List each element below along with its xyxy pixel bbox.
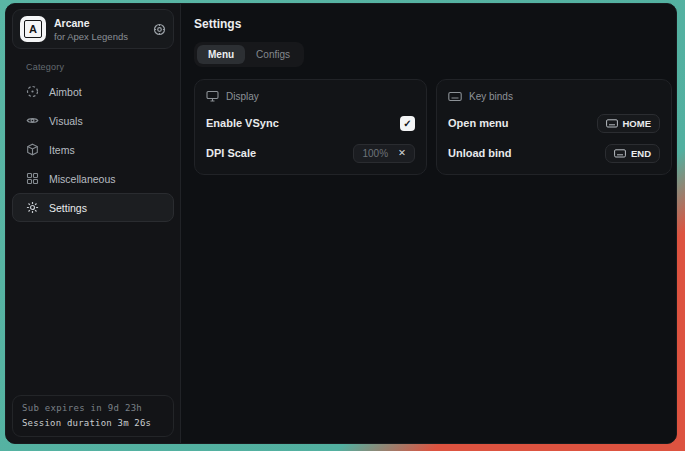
session-duration-text: Session duration 3m 26s xyxy=(22,418,164,428)
page-title: Settings xyxy=(194,17,672,31)
open-menu-bind-key: HOME xyxy=(623,118,652,129)
settings-tab-group: Menu Configs xyxy=(194,42,304,67)
enable-vsync-checkbox[interactable]: ✓ xyxy=(400,116,415,131)
keyboard-icon xyxy=(448,91,462,102)
open-menu-row: Open menu HOME xyxy=(448,113,660,133)
app-logo-letter: A xyxy=(24,20,42,38)
open-menu-bind-button[interactable]: HOME xyxy=(597,114,661,133)
grid-icon xyxy=(26,172,39,185)
sidebar-item-settings[interactable]: Settings xyxy=(12,193,174,222)
sidebar-item-label: Items xyxy=(49,144,75,156)
keybinds-card: Key binds Open menu HOME xyxy=(436,79,672,175)
app-logo: A xyxy=(20,16,46,42)
app-name: Arcane xyxy=(54,17,128,29)
clear-icon[interactable]: ✕ xyxy=(398,148,406,158)
sidebar-item-aimbot[interactable]: Aimbot xyxy=(12,77,174,106)
eye-icon xyxy=(26,114,39,127)
dpi-scale-input[interactable]: 100% ✕ xyxy=(353,144,415,163)
sidebar-item-visuals[interactable]: Visuals xyxy=(12,106,174,135)
sidebar-item-label: Miscellaneous xyxy=(49,173,116,185)
dpi-scale-label: DPI Scale xyxy=(206,147,256,159)
display-card: Display Enable VSync ✓ DPI Scale 100% ✕ xyxy=(194,79,427,175)
monitor-icon xyxy=(206,90,219,102)
subscription-info-card: Sub expires in 9d 23h Session duration 3… xyxy=(12,395,174,437)
category-label: Category xyxy=(26,62,174,72)
sidebar-item-label: Visuals xyxy=(49,115,83,127)
keyboard-icon xyxy=(614,149,626,158)
dpi-scale-value: 100% xyxy=(362,148,388,159)
target-icon[interactable] xyxy=(153,23,166,36)
check-icon: ✓ xyxy=(403,118,411,129)
tab-configs[interactable]: Configs xyxy=(245,45,301,64)
unload-bind-key: END xyxy=(631,148,651,159)
tab-menu[interactable]: Menu xyxy=(197,45,245,64)
unload-bind-row: Unload bind END xyxy=(448,143,660,163)
enable-vsync-label: Enable VSync xyxy=(206,117,279,129)
keyboard-icon xyxy=(606,119,618,128)
sidebar-item-items[interactable]: Items xyxy=(12,135,174,164)
gear-icon xyxy=(26,201,39,214)
sidebar-nav: Aimbot Visuals Items xyxy=(12,77,174,222)
sidebar-item-label: Aimbot xyxy=(49,86,82,98)
keybinds-card-title: Key binds xyxy=(469,91,513,102)
app-subtitle: for Apex Legends xyxy=(54,31,128,42)
app-header-card: A Arcane for Apex Legends xyxy=(12,9,174,49)
enable-vsync-row: Enable VSync ✓ xyxy=(206,113,415,133)
sidebar-spacer xyxy=(12,222,174,395)
crosshair-icon xyxy=(26,85,39,98)
keybinds-card-header: Key binds xyxy=(448,89,660,103)
open-menu-label: Open menu xyxy=(448,117,509,129)
app-window: A Arcane for Apex Legends Category xyxy=(5,3,677,444)
settings-cards-row: Display Enable VSync ✓ DPI Scale 100% ✕ xyxy=(194,79,672,175)
dpi-scale-row: DPI Scale 100% ✕ xyxy=(206,143,415,163)
unload-bind-button[interactable]: END xyxy=(605,144,660,163)
display-card-title: Display xyxy=(226,91,259,102)
sidebar-item-miscellaneous[interactable]: Miscellaneous xyxy=(12,164,174,193)
sub-expires-text: Sub expires in 9d 23h xyxy=(22,403,164,413)
package-icon xyxy=(26,143,39,156)
app-title-block: Arcane for Apex Legends xyxy=(54,17,128,42)
sidebar: A Arcane for Apex Legends Category xyxy=(6,4,181,443)
sidebar-item-label: Settings xyxy=(49,202,87,214)
unload-bind-label: Unload bind xyxy=(448,147,512,159)
main-content: Settings Menu Configs Display xyxy=(181,4,677,443)
display-card-header: Display xyxy=(206,89,415,103)
